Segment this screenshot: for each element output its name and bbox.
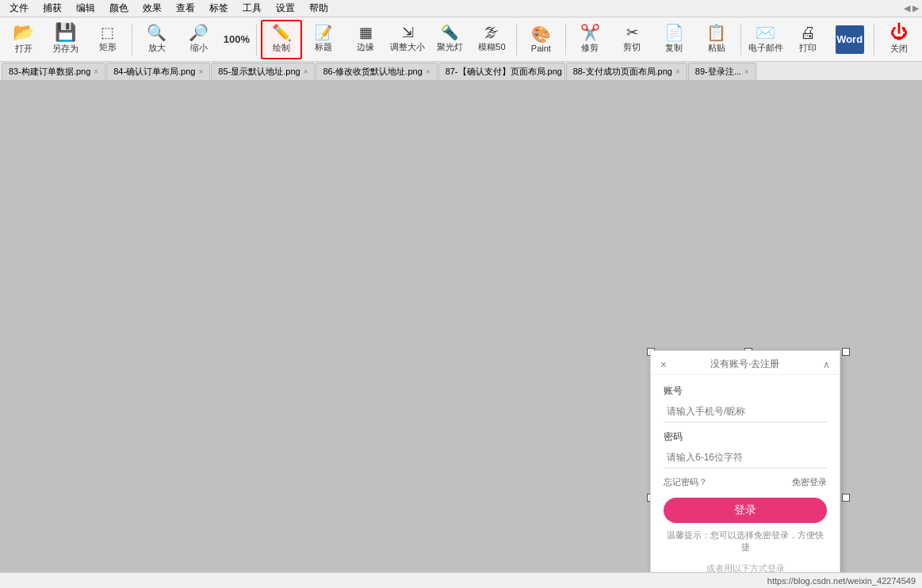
statusbar: https://blog.csdn.net/weixin_42274549 [0,572,922,588]
zoom-out-button[interactable]: 🔎 缩小 [178,20,219,59]
menu-effect[interactable]: 效果 [136,0,168,17]
edge-icon: ▦ [359,25,373,40]
password-label: 密码 [664,430,827,444]
menu-settings[interactable]: 设置 [270,0,301,17]
tab-3[interactable]: 85-显示默认地址.png × [211,63,315,80]
tab-close-3[interactable]: × [304,67,308,76]
copy-button[interactable]: 📄 复制 [654,20,694,59]
login-hint: 温馨提示：您可以选择免密登录，方便快捷 [664,529,827,553]
cut-button[interactable]: ✂ 剪切 [612,20,652,59]
draw-icon: ✏️ [272,25,292,40]
resize-button[interactable]: ⇲ 调整大小 [388,20,428,59]
blur-icon: 🌫 [484,25,499,40]
copy-icon: 📄 [664,25,684,40]
menu-color[interactable]: 颜色 [103,0,135,17]
handle-tr [842,348,850,356]
spotlight-button[interactable]: 🔦 聚光灯 [430,20,470,59]
divider6 [874,24,874,55]
modal-body: 账号 密码 忘记密码？ 免密登录 登录 温馨提示：您可以选择免密登录，方便快捷 … [651,375,840,588]
tab-7[interactable]: 89-登录注... × [688,63,756,80]
trim-icon: ✂️ [580,25,600,40]
zoom-out-icon: 🔎 [189,25,209,40]
password-group: 密码 [664,430,827,468]
menu-help[interactable]: 帮助 [303,0,335,17]
toolbar: 📂 打开 💾 另存为 ⬚ 矩形 🔍 放大 🔎 缩小 100% ✏️ 绘制 📝 标… [0,17,922,62]
form-links: 忘记密码？ 免密登录 [664,476,827,488]
account-group: 账号 [664,384,827,422]
spotlight-icon: 🔦 [441,25,458,40]
free-login-link[interactable]: 免密登录 [792,476,827,488]
save-label: 另存为 [52,43,78,55]
paste-button[interactable]: 📋 粘贴 [696,20,736,59]
title-icon: 📝 [315,25,332,40]
paste-icon: 📋 [706,25,726,40]
menu-tag[interactable]: 标签 [203,0,235,17]
tab-1[interactable]: 83-构建订单数据.png × [2,63,105,80]
modal-title: 没有账号·去注册 [667,357,823,371]
account-label: 账号 [664,384,827,398]
save-as-button[interactable]: 💾 另存为 [45,20,86,59]
cut-icon: ✂ [626,25,638,40]
open-icon: 📂 [13,24,34,41]
resize-icon: ⇲ [402,25,414,40]
login-button[interactable]: 登录 [664,498,827,523]
rect-button[interactable]: ⬚ 矩形 [87,20,128,59]
tab-5[interactable]: 87-【确认支付】页面布局.png × [438,63,565,80]
divider1 [132,24,132,55]
divider5 [740,24,741,55]
blur-button[interactable]: 🌫 模糊50 [472,20,512,59]
tab-close-6[interactable]: × [675,67,680,76]
paint-icon: 🎨 [531,26,551,42]
menu-edit[interactable]: 编辑 [70,0,101,17]
menubar: 文件 捕获 编辑 颜色 效果 查看 标签 工具 设置 帮助 ◀ ▶ [0,0,922,17]
divider3 [516,24,517,55]
zoom-100-button[interactable]: 100% [220,20,252,59]
tab-close-7[interactable]: × [744,67,749,76]
modal-collapse-button[interactable]: ∧ [823,359,830,370]
edge-button[interactable]: ▦ 边缘 [346,20,386,59]
zoom-in-button[interactable]: 🔍 放大 [136,20,177,59]
zoom-in-icon: 🔍 [147,25,166,40]
tab-close-4[interactable]: × [426,67,430,76]
tab-2[interactable]: 84-确认订单布局.png × [106,63,210,80]
word-button[interactable]: Word [829,20,870,59]
divider4 [565,24,566,55]
password-input[interactable] [664,446,827,468]
open-button[interactable]: 📂 打开 [3,20,44,59]
email-button[interactable]: ✉️ 电子邮件 [745,20,786,59]
menu-file[interactable]: 文件 [3,0,35,17]
divider2 [256,24,257,55]
login-modal: × 没有账号·去注册 ∧ 账号 密码 忘记密码？ 免密登录 登录 温馨提示：您可… [650,350,840,588]
modal-header: × 没有账号·去注册 ∧ [651,351,840,375]
print-icon: 🖨 [800,25,816,40]
save-icon: 💾 [55,24,76,41]
word-icon: Word [836,25,864,54]
print-button[interactable]: 🖨 打印 [787,20,828,59]
power-icon: ⏻ [890,24,908,41]
tab-close-2[interactable]: × [198,67,203,76]
open-label: 打开 [15,43,33,55]
menu-view[interactable]: 查看 [170,0,201,17]
paint-button[interactable]: 🎨 Paint [521,20,561,59]
account-input[interactable] [664,400,827,422]
handle-mr [842,494,850,502]
menu-tool[interactable]: 工具 [236,0,268,17]
email-icon: ✉️ [756,25,775,40]
draw-button[interactable]: ✏️ 绘制 [261,20,301,59]
rect-icon: ⬚ [101,25,114,40]
tabs-bar: 83-构建订单数据.png × 84-确认订单布局.png × 85-显示默认地… [0,62,922,81]
main-canvas: × 没有账号·去注册 ∧ 账号 密码 忘记密码？ 免密登录 登录 温馨提示：您可… [0,81,922,572]
forgot-password-link[interactable]: 忘记密码？ [664,476,707,488]
tab-close-1[interactable]: × [94,67,98,76]
trim-button[interactable]: ✂️ 修剪 [570,20,610,59]
title-button[interactable]: 📝 标题 [304,20,344,59]
menu-capture[interactable]: 捕获 [36,0,68,17]
tab-6[interactable]: 88-支付成功页面布局.png × [566,63,687,80]
tab-4[interactable]: 86-修改收货默认地址.png × [316,63,437,80]
status-url: https://blog.csdn.net/weixin_42274549 [767,576,916,586]
close-button[interactable]: ⏻ 关闭 [878,20,919,59]
modal-close-button[interactable]: × [660,358,667,371]
